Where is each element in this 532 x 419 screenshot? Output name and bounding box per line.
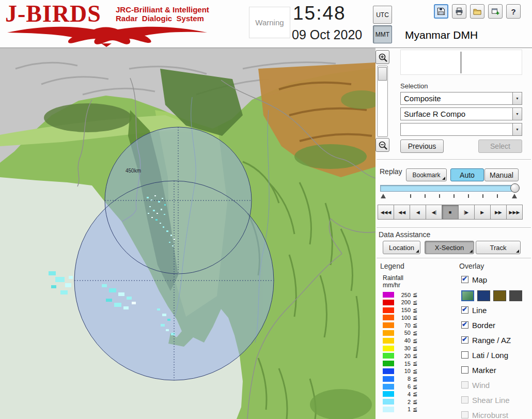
header: J-BIRDS JRC-Brilliant & Intelligent Rada… [0,0,532,48]
fast-forward-button[interactable]: ▶▶ [490,205,507,220]
map-style-terrain[interactable] [461,290,474,301]
zoom-slider-thumb[interactable] [378,67,387,81]
mmt-button[interactable]: MMT [373,25,392,43]
logo-title: J-BIRDS [5,2,101,26]
overlay-item-wind: Wind [461,380,531,390]
previous-button[interactable]: Previous [400,139,444,153]
radar-map[interactable]: 450km [0,48,375,419]
legend-row: 150≦ [383,307,417,313]
legend-row: 15≦ [383,361,417,366]
zoom-in-icon [378,52,388,63]
legend-leq: ≦ [413,383,417,390]
zoom-out-button[interactable] [375,138,389,152]
replay-timeline[interactable] [380,185,515,192]
overlay-item-lati-long[interactable]: Lati / Long [461,350,531,360]
legend-leq: ≦ [413,291,417,298]
legend-swatch [383,376,394,382]
checkbox [461,381,468,389]
auto-button[interactable]: Auto [450,168,484,181]
checkbox[interactable] [461,306,468,314]
rewind-button[interactable]: ◀◀ [394,205,410,220]
product-name-dropdown[interactable]: Surface R Compo [400,107,522,120]
play-button[interactable]: ▶ [474,205,491,220]
add-window-icon[interactable] [488,4,503,19]
legend-value: 70 [394,322,411,329]
help-icon[interactable]: ? [506,4,521,19]
chevron-down-icon[interactable] [512,92,522,104]
checkbox [461,396,468,404]
zoom-in-button[interactable] [375,50,389,64]
step-forward-button[interactable]: |▶ [458,205,475,220]
chevron-down-icon[interactable] [512,123,522,135]
legend-value: 150 [394,307,411,313]
overlay-item-microburst: Microburst [461,410,531,419]
legend-value: 8 [394,376,411,382]
legend-leq: ≦ [413,299,417,306]
warning-indicator[interactable]: Warning [249,7,290,38]
legend-value: 15 [394,361,411,367]
jbirds-window: J-BIRDS JRC-Brilliant & Intelligent Rada… [0,0,532,419]
checkbox[interactable] [461,321,468,329]
legend-quantity: Rainfall [383,274,403,282]
map-style-dark[interactable] [509,290,522,301]
separator [377,159,531,160]
checkbox [461,411,468,418]
print-icon[interactable] [452,4,466,19]
track-button[interactable]: Track [476,241,521,254]
zoom-slider[interactable] [377,66,388,137]
legend-leq: ≦ [413,360,417,367]
stop-button[interactable]: ■ [442,205,458,220]
legend-swatch [383,292,394,298]
legend-row: 250≦ [383,292,417,298]
legend-value: 6 [394,383,411,390]
step-back-button[interactable]: ◀| [426,205,442,220]
product-option-dropdown[interactable] [400,123,522,136]
checkbox[interactable] [461,366,468,374]
legend-value: 20 [394,353,411,359]
location-button[interactable]: Location [383,241,420,254]
checkbox[interactable] [461,351,468,359]
logo-subtitle: JRC-Brilliant & Intelligent Radar Dialog… [116,5,209,23]
separator [377,227,531,228]
overlay-item-label: Line [472,306,487,315]
overlay-item-range-az[interactable]: Range / AZ [461,335,531,345]
map-style-olive[interactable] [493,290,506,301]
overlay-item-marker[interactable]: Marker [461,365,531,375]
overlay-item-line[interactable]: Line [461,305,531,315]
manual-button[interactable]: Manual [484,168,519,181]
bookmark-button[interactable]: Bookmark [406,168,447,181]
checkbox[interactable] [461,336,468,344]
fast-forward-max-button[interactable]: ▶▶▶ [506,205,523,220]
legend-value: 1 [394,406,411,412]
overlay-item-label: Map [472,275,487,284]
legend-row: 30≦ [383,346,417,351]
dropdown-value [401,123,512,135]
legend-leq: ≦ [413,345,417,352]
rewind-fastest-button[interactable]: ◀◀◀ [378,205,394,220]
legend-value: 30 [394,345,411,351]
dropdown-value: Surface R Compo [401,108,512,120]
map-style-navy[interactable] [477,290,490,301]
legend-value: 200 [394,299,411,305]
utc-button[interactable]: UTC [373,6,392,24]
legend-leq: ≦ [413,352,417,359]
save-icon[interactable] [434,4,448,19]
xsection-button[interactable]: X-Section [425,241,474,254]
overlay-item-border[interactable]: Border [461,320,531,330]
timeline-position-marker [512,194,517,198]
timeline-thumb[interactable] [510,183,520,193]
legend-scale: 250≦ 200≦ 150≦ 100≦ 70≦ 50≦ 40≦ 30≦ 20≦ … [383,292,417,414]
replay-label: Replay [380,167,402,176]
folder-icon[interactable] [470,4,484,19]
legend-swatch [383,361,394,366]
legend-swatch [383,399,394,405]
legend-swatch [383,384,394,390]
legend-swatch [383,353,394,359]
checkbox[interactable] [461,276,468,283]
product-category-dropdown[interactable]: Composite [400,92,522,105]
legend-leq: ≦ [413,330,417,336]
overlay-item-map[interactable]: Map [461,275,531,284]
chevron-down-icon[interactable] [512,108,522,120]
play-reverse-button[interactable]: ◀ [410,205,426,220]
product-display-box [400,50,522,75]
